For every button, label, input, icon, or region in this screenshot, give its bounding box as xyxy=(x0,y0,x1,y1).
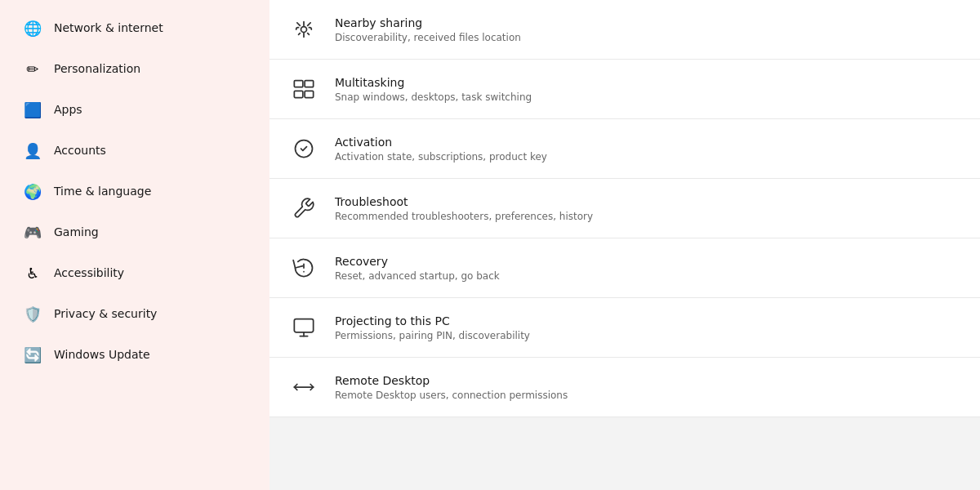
recovery-text: RecoveryReset, advanced startup, go back xyxy=(335,255,960,282)
sidebar-item-accounts[interactable]: 👤Accounts xyxy=(7,131,263,170)
multitasking-description: Snap windows, desktops, task switching xyxy=(335,91,960,103)
gaming-icon: 🎮 xyxy=(23,222,42,242)
settings-item-projecting[interactable]: Projecting to this PCPermissions, pairin… xyxy=(270,298,980,358)
main-content: Nearby sharingDiscoverability, received … xyxy=(270,0,980,490)
troubleshoot-title: Troubleshoot xyxy=(335,195,960,208)
remote-desktop-title: Remote Desktop xyxy=(335,374,960,387)
troubleshoot-icon xyxy=(289,194,318,223)
sidebar-item-accessibility[interactable]: ♿Accessibility xyxy=(7,253,263,292)
settings-item-nearby-sharing[interactable]: Nearby sharingDiscoverability, received … xyxy=(270,0,980,60)
recovery-description: Reset, advanced startup, go back xyxy=(335,270,960,282)
activation-description: Activation state, subscriptions, product… xyxy=(335,151,960,163)
recovery-icon xyxy=(289,253,318,283)
personalization-icon: ✏️ xyxy=(23,59,42,78)
multitasking-title: Multitasking xyxy=(335,76,960,89)
projecting-icon xyxy=(289,313,318,342)
sidebar-item-gaming[interactable]: 🎮Gaming xyxy=(7,212,263,252)
sidebar-label-accounts: Accounts xyxy=(54,144,106,157)
privacy-security-icon: 🛡️ xyxy=(23,304,42,323)
svg-point-0 xyxy=(301,27,307,33)
sidebar-item-windows-update[interactable]: 🔄Windows Update xyxy=(7,335,263,374)
nearby-sharing-description: Discoverability, received files location xyxy=(335,32,960,43)
svg-rect-4 xyxy=(305,91,314,97)
activation-text: ActivationActivation state, subscription… xyxy=(335,136,960,163)
network-internet-icon: 🌐 xyxy=(23,18,42,38)
time-language-icon: 🌍 xyxy=(23,181,42,201)
settings-item-recovery[interactable]: RecoveryReset, advanced startup, go back xyxy=(270,238,980,298)
sidebar-item-privacy-security[interactable]: 🛡️Privacy & security xyxy=(7,294,263,333)
multitasking-icon xyxy=(289,74,318,104)
projecting-text: Projecting to this PCPermissions, pairin… xyxy=(335,314,960,341)
remote-desktop-description: Remote Desktop users, connection permiss… xyxy=(335,390,960,401)
sidebar-label-privacy-security: Privacy & security xyxy=(54,307,157,320)
sidebar-label-gaming: Gaming xyxy=(54,225,99,238)
troubleshoot-description: Recommended troubleshooters, preferences… xyxy=(335,211,960,222)
sidebar-label-apps: Apps xyxy=(54,103,82,116)
remote-desktop-text: Remote DesktopRemote Desktop users, conn… xyxy=(335,374,960,401)
activation-title: Activation xyxy=(335,136,960,149)
sidebar-item-network-internet[interactable]: 🌐Network & internet xyxy=(7,8,263,47)
nearby-sharing-title: Nearby sharing xyxy=(335,16,960,29)
svg-rect-2 xyxy=(305,81,314,87)
settings-item-multitasking[interactable]: MultitaskingSnap windows, desktops, task… xyxy=(270,60,980,119)
recovery-title: Recovery xyxy=(335,255,960,268)
svg-rect-8 xyxy=(294,319,313,332)
svg-rect-3 xyxy=(294,91,303,97)
nearby-sharing-icon xyxy=(289,15,318,44)
apps-icon: 🟦 xyxy=(23,100,42,119)
settings-item-troubleshoot[interactable]: TroubleshootRecommended troubleshooters,… xyxy=(270,179,980,238)
multitasking-text: MultitaskingSnap windows, desktops, task… xyxy=(335,76,960,103)
sidebar-label-windows-update: Windows Update xyxy=(54,348,150,361)
settings-item-remote-desktop[interactable]: Remote DesktopRemote Desktop users, conn… xyxy=(270,358,980,417)
sidebar-item-apps[interactable]: 🟦Apps xyxy=(7,90,263,129)
sidebar-item-time-language[interactable]: 🌍Time & language xyxy=(7,172,263,211)
activation-icon xyxy=(289,134,318,163)
sidebar: 🌐Network & internet✏️Personalization🟦App… xyxy=(0,0,270,490)
windows-update-icon: 🔄 xyxy=(23,345,42,364)
nearby-sharing-text: Nearby sharingDiscoverability, received … xyxy=(335,16,960,43)
settings-item-activation[interactable]: ActivationActivation state, subscription… xyxy=(270,119,980,179)
sidebar-label-personalization: Personalization xyxy=(54,62,140,75)
sidebar-item-personalization[interactable]: ✏️Personalization xyxy=(7,49,263,88)
remote-desktop-icon xyxy=(289,372,318,402)
projecting-title: Projecting to this PC xyxy=(335,314,960,327)
sidebar-label-time-language: Time & language xyxy=(54,185,151,198)
sidebar-label-network-internet: Network & internet xyxy=(54,21,163,34)
projecting-description: Permissions, pairing PIN, discoverabilit… xyxy=(335,330,960,341)
svg-rect-1 xyxy=(294,81,303,87)
troubleshoot-text: TroubleshootRecommended troubleshooters,… xyxy=(335,195,960,222)
accessibility-icon: ♿ xyxy=(23,263,42,283)
accounts-icon: 👤 xyxy=(23,140,42,160)
sidebar-label-accessibility: Accessibility xyxy=(54,266,124,279)
